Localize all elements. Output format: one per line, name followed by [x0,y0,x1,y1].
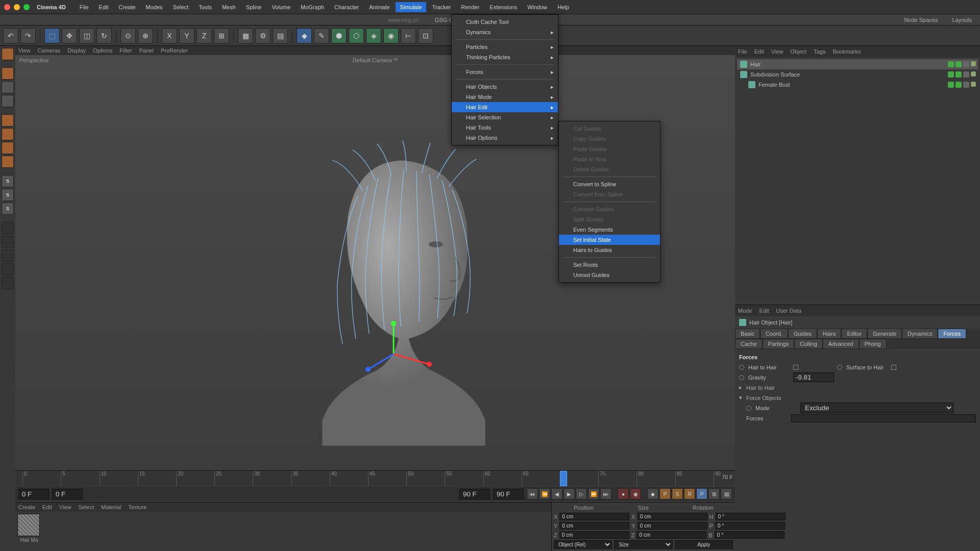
timeline-current-field[interactable] [52,489,83,499]
sim-item-forces[interactable]: Forces [452,67,558,77]
attr-tab-culling[interactable]: Culling [794,339,823,349]
timeline-cursor[interactable] [560,471,567,486]
attr-tab-guides[interactable]: Guides [788,329,817,339]
force-objects-group[interactable]: ▾ Force Objects [739,393,976,403]
timeline-end2-field[interactable] [493,489,524,499]
menu-create[interactable]: Create [114,2,140,12]
snap-toggle[interactable]: S [2,175,14,187]
menu-simulate[interactable]: Simulate [396,2,427,12]
timeline[interactable]: 05101520253035404550556065707580859070 F [15,470,735,486]
render-view-button[interactable]: ▦ [238,28,253,43]
attr-tab-coord[interactable]: Coord. [760,329,788,339]
snap-button[interactable]: ⊢ [401,28,416,43]
timeline-end-field[interactable] [459,489,490,499]
workplane-mode-button[interactable] [2,95,14,107]
obj-menu-object[interactable]: Object [790,48,806,55]
gravity-input[interactable] [793,372,834,382]
snap-mode[interactable]: S [2,203,14,215]
rotate-tool[interactable]: ↻ [96,28,112,43]
rot-key-button[interactable]: R [684,488,695,499]
goto-next-key-button[interactable]: ⏩ [588,488,599,499]
prev-frame-button[interactable]: ◀ [551,488,562,499]
x-axis-button[interactable]: X [162,28,177,43]
menu-window[interactable]: Window [523,2,552,12]
move-tool[interactable]: ✥ [62,28,77,43]
attr-tab-dynamics[interactable]: Dynamics [902,329,938,339]
point-mode-button[interactable] [2,114,14,127]
field-button[interactable]: ◉ [383,28,399,43]
hair-to-hair-check[interactable] [793,365,798,370]
uv-mode-button[interactable] [2,156,14,168]
key-options-button[interactable]: ⊞ [708,488,720,499]
model-mode-button[interactable] [2,67,14,80]
mat-menu-view[interactable]: View [59,504,71,510]
vp-menu-cameras[interactable]: Cameras [38,47,61,54]
edge-mode-button[interactable] [2,128,14,140]
mat-menu-texture[interactable]: Texture [128,504,146,510]
attr-tab-generate[interactable]: Generate [867,329,902,339]
rot-h-input[interactable] [716,513,786,520]
coord-size-select[interactable]: Size [614,540,672,549]
close-icon[interactable] [4,4,10,10]
snap-settings[interactable]: S [2,189,14,201]
sim-item-dynamics[interactable]: Dynamics [452,27,558,37]
hair-edit-set-initial-state[interactable]: Set Initial State [559,235,660,245]
object-tree[interactable]: HairSubdivision SurfaceFemale Bust [735,57,980,305]
menu-edit[interactable]: Edit [94,2,113,12]
goto-start-button[interactable]: ⏮ [527,488,538,499]
coord-apply-button[interactable]: Apply [675,540,733,549]
attr-tab-editor[interactable]: Editor [841,329,867,339]
pos-x-input[interactable] [559,513,629,520]
undo-button[interactable]: ↶ [3,28,18,43]
size-z-input[interactable] [636,531,706,539]
play-button[interactable]: ▶ [564,488,575,499]
planar-workplane[interactable] [2,236,14,248]
hair-edit-unroot-guides[interactable]: Unroot Guides [559,270,660,280]
mat-menu-create[interactable]: Create [18,504,35,510]
attr-tab-forces[interactable]: Forces [938,329,966,339]
polygon-mode-button[interactable] [2,142,14,154]
key-mode-button[interactable]: ◆ [647,488,658,499]
menu-mesh[interactable]: Mesh [217,2,240,12]
menu-extensions[interactable]: Extensions [485,2,522,12]
mode-radio[interactable] [746,406,751,411]
hair-to-hair-group[interactable]: ▸ Hair to Hair [739,383,976,393]
material-thumb[interactable]: Hair Ma [17,514,41,543]
isoline-button[interactable] [2,277,14,289]
menu-tracker[interactable]: Tracker [427,2,455,12]
node-spaces-dropdown[interactable]: Node Spaces [900,16,942,24]
sim-item-hair-options[interactable]: Hair Options [452,133,558,143]
attr-tab-phong[interactable]: Phong [859,339,887,349]
autokey-button[interactable]: ◉ [630,488,641,499]
menu-file[interactable]: File [75,2,93,12]
vp-menu-options[interactable]: Options [93,47,112,54]
obj-menu-edit[interactable]: Edit [754,48,764,55]
menu-volume[interactable]: Volume [267,2,295,12]
scale-tool[interactable]: ◫ [79,28,94,43]
viewport-solo[interactable] [2,249,14,262]
tree-row[interactable]: Hair [737,59,978,69]
mat-menu-edit[interactable]: Edit [42,504,52,510]
timeline-start-field[interactable] [18,489,49,499]
goto-end-button[interactable]: ⏭ [600,488,611,499]
vp-menu-view[interactable]: View [18,47,31,54]
redo-button[interactable]: ↷ [20,28,36,43]
coord-mode-select[interactable]: Object (Rel) [554,540,612,549]
surface-to-hair-check[interactable] [891,365,896,370]
menu-mograph[interactable]: MoGraph [296,2,329,12]
menu-animate[interactable]: Animate [364,2,394,12]
hair-edit-convert-to-spline[interactable]: Convert to Spline [559,179,660,189]
sim-item-thinking-particles[interactable]: Thinking Particles [452,52,558,62]
menu-character[interactable]: Character [330,2,363,12]
zoom-icon[interactable] [23,4,30,10]
sim-item-hair-selection[interactable]: Hair Selection [452,112,558,122]
mat-menu-select[interactable]: Select [79,504,94,510]
menu-spline[interactable]: Spline [241,2,266,12]
layouts-dropdown[interactable]: Layouts [948,16,976,24]
attr-menu-user-data[interactable]: User Data [776,308,802,314]
make-editable-button[interactable] [2,48,14,60]
render-settings-button[interactable]: ⚙ [255,28,271,43]
sim-item-hair-mode[interactable]: Hair Mode [452,92,558,102]
workplane-button[interactable]: ⊡ [418,28,433,43]
menu-help[interactable]: Help [553,2,574,12]
